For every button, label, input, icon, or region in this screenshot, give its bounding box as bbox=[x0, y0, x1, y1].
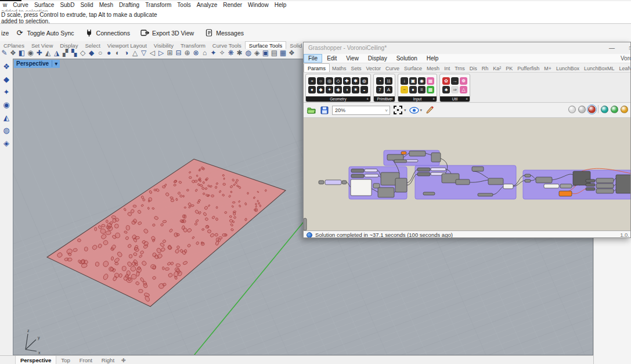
component-19[interactable] bbox=[431, 168, 446, 171]
toolbar-tab-visibility[interactable]: Visibility bbox=[150, 42, 177, 49]
surface-tool-icon-15[interactable]: △ bbox=[131, 49, 139, 57]
component-38[interactable] bbox=[586, 188, 595, 190]
param-icon-geometry-5[interactable]: ✱ bbox=[352, 77, 359, 85]
gh-menu-help[interactable]: Help bbox=[422, 54, 443, 63]
component-14[interactable] bbox=[409, 151, 426, 156]
component-5[interactable] bbox=[351, 174, 364, 178]
surface-tool-icon-8[interactable]: ▚ bbox=[70, 49, 78, 57]
menu-item-solid[interactable]: Solid bbox=[77, 1, 96, 9]
maximize-button[interactable]: □ bbox=[624, 44, 631, 53]
param-icon-geometry-7[interactable]: ● bbox=[308, 86, 316, 93]
surface-tool-icon-19[interactable]: ⊞ bbox=[165, 49, 174, 57]
component-34[interactable] bbox=[573, 171, 590, 185]
menu-item-window[interactable]: Window bbox=[245, 1, 272, 9]
surface-tool-icon-2[interactable]: ◧ bbox=[17, 49, 26, 57]
surface-tool-icon-32[interactable]: ▦ bbox=[279, 49, 287, 57]
gh-tab-m[interactable]: M+ bbox=[542, 64, 554, 73]
component-41[interactable] bbox=[596, 189, 614, 193]
component-18[interactable] bbox=[417, 168, 430, 171]
param-icon-util-3[interactable]: ♣ bbox=[442, 86, 450, 93]
surface-tool-icon-7[interactable]: ▞ bbox=[61, 49, 70, 57]
messages-button[interactable]: Messages bbox=[199, 27, 249, 39]
param-icon-primitive-0[interactable]: ◔ bbox=[376, 77, 384, 85]
param-icon-util-2[interactable]: ❁ bbox=[460, 77, 467, 85]
gh-tab-lunchbox[interactable]: LunchBox bbox=[554, 64, 582, 73]
gh-tab-dis[interactable]: Dis bbox=[467, 64, 479, 73]
surface-tool-icon-11[interactable]: ○ bbox=[96, 49, 104, 57]
sketch-pencil-icon[interactable] bbox=[425, 105, 435, 115]
component-11[interactable] bbox=[395, 178, 407, 192]
param-icon-geometry-10[interactable]: ◈ bbox=[334, 86, 342, 93]
param-icon-util-0[interactable]: ✿ bbox=[442, 77, 450, 85]
surface-tool-icon-18[interactable]: ▷ bbox=[157, 49, 165, 57]
surface-tool-icon-33[interactable]: ❖ bbox=[287, 49, 296, 57]
gh-tab-rh[interactable]: Rh bbox=[479, 64, 491, 73]
surface-tool-icon-5[interactable]: ◭ bbox=[44, 49, 52, 57]
gh-menu-solution[interactable]: Solution bbox=[392, 54, 422, 63]
gh-tab-trns[interactable]: Trns bbox=[452, 64, 467, 73]
panel-label-input[interactable]: Input+ bbox=[398, 96, 437, 102]
surface-tool-icon-30[interactable]: ▣ bbox=[261, 49, 270, 57]
viewport-tab-front[interactable]: Front bbox=[75, 356, 97, 364]
component-12[interactable] bbox=[387, 154, 403, 160]
component-15[interactable] bbox=[394, 160, 407, 163]
viewport-title-tab[interactable]: Perspective▾ bbox=[14, 60, 60, 68]
component-1[interactable] bbox=[325, 180, 341, 185]
component-13[interactable] bbox=[401, 152, 406, 154]
gh-tab-int[interactable]: Int bbox=[442, 64, 452, 73]
gem-orange-icon[interactable] bbox=[621, 106, 628, 113]
surface-tool-icon-21[interactable]: ⊕ bbox=[183, 49, 192, 57]
grasshopper-window[interactable]: Grasshopper - VoronoiCeiling* — □ FileEd… bbox=[303, 42, 631, 238]
surface-tool-icon-26[interactable]: ❋ bbox=[226, 49, 235, 57]
gh-tab-ka[interactable]: Ka² bbox=[491, 64, 503, 73]
gh-tab-params[interactable]: Params bbox=[304, 63, 330, 73]
param-icon-geometry-4[interactable]: ✚ bbox=[343, 77, 351, 85]
menu-item-analyze[interactable]: Analyze bbox=[194, 1, 221, 9]
menu-item-transform[interactable]: Transform bbox=[142, 1, 174, 9]
gem-green-icon[interactable] bbox=[611, 106, 618, 113]
side-tool-icon-0[interactable]: ❖ bbox=[2, 62, 11, 71]
surface-tool-icon-25[interactable]: ✧ bbox=[218, 49, 226, 57]
param-icon-input-4[interactable]: ~ bbox=[401, 86, 408, 93]
definition-canvas[interactable] bbox=[304, 118, 630, 230]
param-icon-util-4[interactable]: ⇒ bbox=[451, 86, 459, 93]
surface-tool-icon-29[interactable]: ◈ bbox=[253, 49, 261, 57]
component-31[interactable] bbox=[536, 177, 552, 183]
side-tool-icon-4[interactable]: ◭ bbox=[2, 113, 11, 122]
component-6[interactable] bbox=[365, 174, 378, 177]
param-icon-geometry-9[interactable]: ✦ bbox=[326, 86, 333, 93]
param-icon-input-1[interactable]: ▣ bbox=[409, 77, 417, 85]
side-tool-icon-5[interactable]: ◍ bbox=[2, 126, 11, 135]
side-tool-icon-3[interactable]: ◉ bbox=[2, 100, 11, 110]
surface-tool-icon-13[interactable]: ◐ bbox=[113, 49, 122, 57]
viewport-tab-perspective[interactable]: Perspective bbox=[15, 356, 56, 364]
surface-tool-icon-22[interactable]: ⊗ bbox=[192, 49, 200, 57]
component-33[interactable] bbox=[560, 184, 572, 188]
gem-teal-icon[interactable] bbox=[601, 106, 608, 113]
component-39[interactable] bbox=[596, 178, 614, 183]
component-20[interactable] bbox=[417, 172, 430, 176]
gh-menu-edit[interactable]: Edit bbox=[322, 54, 341, 63]
param-icon-geometry-3[interactable]: ◇ bbox=[334, 77, 342, 85]
surface-tool-icon-17[interactable]: ◁ bbox=[148, 49, 157, 57]
component-16[interactable] bbox=[406, 160, 418, 162]
connections-button[interactable]: Connections bbox=[80, 27, 135, 39]
preview-menu-caret[interactable]: ▾ bbox=[420, 108, 423, 113]
component-25[interactable] bbox=[488, 178, 503, 185]
param-icon-primitive-1[interactable]: 11 bbox=[385, 77, 392, 85]
viewport-tab-right[interactable]: Right bbox=[97, 356, 119, 364]
component-28[interactable] bbox=[423, 192, 435, 195]
toolbar-tab-curve-tools[interactable]: Curve Tools bbox=[209, 42, 245, 49]
menu-item-subd[interactable]: SubD bbox=[57, 1, 77, 9]
menu-item-mesh[interactable]: Mesh bbox=[96, 1, 116, 9]
surface-tool-icon-31[interactable]: ▤ bbox=[270, 49, 279, 57]
component-24[interactable] bbox=[472, 167, 484, 171]
param-icon-input-3[interactable]: ▦ bbox=[427, 77, 434, 85]
open-file-icon[interactable] bbox=[307, 105, 316, 115]
param-icon-geometry-8[interactable]: ◆ bbox=[317, 86, 324, 93]
gh-menu-display[interactable]: Display bbox=[363, 54, 392, 63]
toolbar-tab-set-view[interactable]: Set View bbox=[28, 42, 56, 49]
param-icon-geometry-11[interactable]: ◑ bbox=[343, 86, 351, 93]
gem-wire-icon[interactable] bbox=[578, 106, 586, 113]
gh-tab-lunchboxml[interactable]: LunchBoxML bbox=[582, 64, 617, 73]
